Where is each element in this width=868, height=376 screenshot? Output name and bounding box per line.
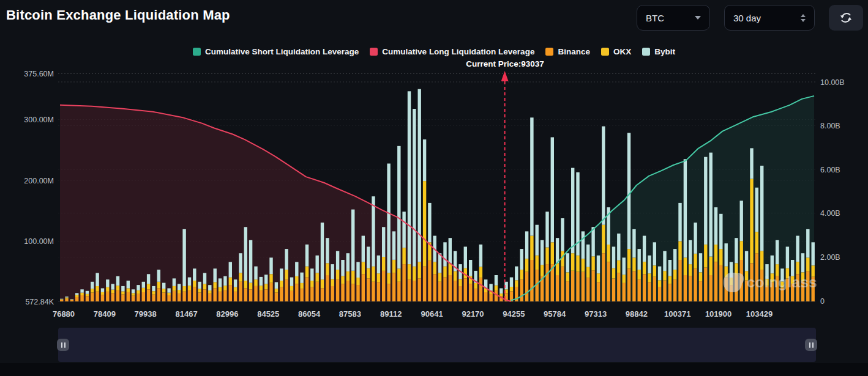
liquidation-bar-segment <box>632 271 635 301</box>
current-price-arrow-icon <box>501 71 509 81</box>
liquidation-bar-segment <box>132 289 135 293</box>
liquidation-bar-segment <box>714 245 717 262</box>
liquidation-bar-segment <box>229 278 232 286</box>
liquidation-bar-segment <box>495 286 498 290</box>
liquidation-bar-segment <box>372 196 375 267</box>
liquidation-bar-segment <box>591 227 594 256</box>
liquidation-bar-segment <box>525 272 528 301</box>
liquidation-bar-segment <box>392 231 395 260</box>
liquidation-bar-segment <box>219 278 222 287</box>
y-axis-right-tick: 10.00B <box>820 78 845 87</box>
liquidation-bar-segment <box>801 272 804 281</box>
x-axis-tick: 89112 <box>380 309 402 319</box>
liquidation-bar-segment <box>60 300 63 302</box>
liquidation-bar-segment <box>203 289 206 301</box>
liquidation-bar-segment <box>725 243 728 267</box>
liquidation-bar-segment <box>351 210 354 271</box>
liquidation-bar-segment <box>223 286 226 290</box>
liquidation-bar-segment <box>229 262 232 278</box>
liquidation-bar-segment <box>556 263 559 275</box>
x-axis-tick: 78409 <box>94 309 116 319</box>
liquidation-bar-segment <box>91 289 94 292</box>
liquidation-bar-segment <box>91 293 94 301</box>
liquidation-bar-segment <box>382 257 385 271</box>
liquidation-bar-segment <box>60 299 63 300</box>
liquidation-bar-segment <box>515 280 518 287</box>
liquidation-bar-segment <box>362 262 365 275</box>
liquidation-bar-segment <box>152 291 155 294</box>
liquidation-bar-segment <box>310 287 313 301</box>
liquidation-bar-segment <box>326 275 329 301</box>
liquidation-bar-segment <box>244 281 247 289</box>
y-axis-right-tick: 4.00B <box>820 209 840 218</box>
liquidation-bar-segment <box>86 296 89 301</box>
liquidation-bar-segment <box>725 278 728 301</box>
liquidation-bar-segment <box>541 240 544 265</box>
liquidation-bar-segment <box>239 273 242 282</box>
liquidation-bar-segment <box>433 262 436 275</box>
liquidation-chart[interactable]: 375.60M300.00M200.00M100.00M572.84K10.00… <box>0 0 868 376</box>
zoom-slider-track[interactable] <box>58 328 816 362</box>
liquidation-bar-segment <box>735 238 738 263</box>
zoom-slider-left-handle[interactable] <box>57 339 69 351</box>
liquidation-bar-segment <box>678 241 681 260</box>
liquidation-bar-segment <box>607 245 610 262</box>
liquidation-bar-segment <box>602 127 605 225</box>
liquidation-bar-segment <box>356 285 359 301</box>
liquidation-bar-segment <box>586 245 589 267</box>
liquidation-bar-segment <box>106 292 109 301</box>
liquidation-bar-segment <box>566 253 569 272</box>
liquidation-bar-segment <box>627 249 630 268</box>
liquidation-bar-segment <box>433 274 436 301</box>
liquidation-bar-segment <box>627 268 630 301</box>
liquidation-bar-segment <box>372 282 375 301</box>
liquidation-bar-segment <box>300 283 303 289</box>
liquidation-bar-segment <box>86 294 89 297</box>
liquidation-bar-segment <box>127 281 130 289</box>
liquidation-bar-segment <box>709 153 713 257</box>
liquidation-bar-segment <box>750 263 753 301</box>
liquidation-bar-segment <box>719 214 722 249</box>
liquidation-bar-segment <box>536 256 539 270</box>
zoom-slider-right-handle[interactable] <box>805 339 817 351</box>
liquidation-bar-segment <box>709 257 713 275</box>
liquidation-bar-segment <box>760 270 763 301</box>
liquidation-bar-segment <box>356 278 359 285</box>
liquidation-bar-segment <box>755 253 758 301</box>
liquidation-bar-segment <box>285 279 288 301</box>
liquidation-bar-segment <box>188 290 191 301</box>
liquidation-bar-segment <box>730 278 733 285</box>
liquidation-bar-segment <box>668 276 672 284</box>
liquidation-bar-segment <box>203 284 206 289</box>
liquidation-bar-segment <box>551 138 554 243</box>
liquidation-bar-segment <box>101 289 104 292</box>
liquidation-bar-segment <box>397 146 400 268</box>
liquidation-bar-segment <box>162 283 165 289</box>
liquidation-bar-segment <box>786 247 789 268</box>
liquidation-bar-segment <box>663 281 666 301</box>
liquidation-bar-segment <box>300 273 303 283</box>
liquidation-bar-segment <box>408 264 411 279</box>
liquidation-bar-segment <box>295 276 298 284</box>
liquidation-bar-segment <box>223 290 226 301</box>
liquidation-bar-segment <box>668 260 672 276</box>
liquidation-bar-segment <box>495 275 498 286</box>
liquidation-bar-segment <box>116 276 119 286</box>
x-axis-tick: 87583 <box>339 309 361 319</box>
liquidation-bar-segment <box>745 281 748 301</box>
liquidation-bar-segment <box>377 256 380 273</box>
liquidation-bar-segment <box>234 292 237 301</box>
liquidation-bar-segment <box>536 225 539 256</box>
liquidation-bar-segment <box>346 253 350 271</box>
liquidation-bar-segment <box>260 277 263 286</box>
liquidation-bar-segment <box>643 262 646 274</box>
liquidation-bar-segment <box>295 262 298 276</box>
liquidation-bar-segment <box>648 256 651 273</box>
liquidation-bar-segment <box>499 293 503 296</box>
liquidation-bar-segment <box>755 188 758 232</box>
liquidation-bar-segment <box>137 285 140 290</box>
liquidation-bar-segment <box>95 286 99 292</box>
liquidation-bar-segment <box>326 263 329 275</box>
liquidation-bar-segment <box>428 203 431 242</box>
liquidation-bar-segment <box>740 260 743 301</box>
